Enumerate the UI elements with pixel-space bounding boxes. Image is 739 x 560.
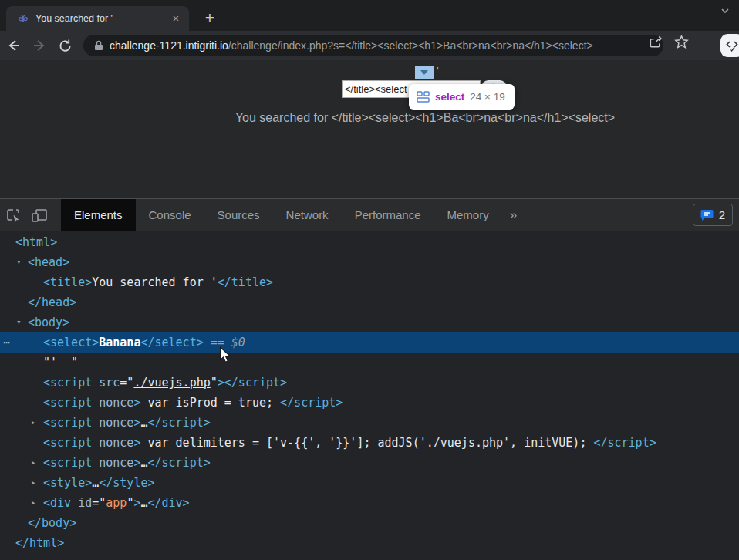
syntax-tag: <script (43, 416, 99, 430)
close-tab-icon[interactable]: × (169, 12, 183, 25)
devtools-tab-performance[interactable]: Performance (342, 199, 434, 231)
expand-arrow-icon[interactable]: ▸ (31, 473, 36, 493)
browser-window: You searched for ' × + (0, 0, 739, 560)
dom-tree-row[interactable]: ▾<head> (0, 252, 739, 272)
lock-icon (94, 40, 103, 51)
toolbar-divider (56, 205, 56, 225)
syntax-tag: <head> (28, 255, 69, 269)
syntax-tag: <div (43, 496, 78, 510)
syntax-tag: <style> (43, 476, 92, 490)
syntax-attr: nonce (99, 416, 133, 430)
devtools-tab-console[interactable]: Console (136, 199, 204, 231)
syntax-tag: </body> (28, 516, 76, 530)
url-text: challenge-1121.intigriti.io/challenge/in… (110, 39, 593, 52)
issues-count: 2 (719, 208, 725, 221)
new-tab-button[interactable]: + (199, 8, 221, 29)
dom-tree: <html>▾<head><title>You searched for '</… (0, 231, 739, 560)
dom-tree-row[interactable]: ⋯<select>Banana</select> == $0 (0, 332, 739, 353)
element-badge-icon (417, 91, 430, 103)
extension-icon[interactable] (720, 34, 739, 57)
dom-tree-row[interactable]: </body> (0, 513, 739, 533)
syntax-tag: </script> (147, 456, 210, 470)
syntax-tag: ></script> (218, 376, 287, 390)
browser-toolbar: challenge-1121.intigriti.io/challenge/in… (0, 31, 739, 60)
devtools-tab-memory[interactable]: Memory (434, 199, 502, 231)
syntax-txt: … (92, 476, 99, 490)
page-viewport: ' select 24 × 19 You searched for </titl… (0, 60, 739, 198)
intigriti-butterfly-icon (17, 12, 29, 25)
dom-tree-row[interactable]: <title>You searched for '</title> (0, 272, 739, 292)
url-host: challenge-1121.intigriti.io (110, 39, 228, 52)
syntax-tag: </div> (147, 496, 189, 510)
devtools-tab-network[interactable]: Network (273, 199, 342, 231)
syntax-txt: " (211, 376, 218, 390)
dom-tree-row[interactable]: </html> (0, 533, 739, 553)
dom-tree-row[interactable]: <script nonce> var delimiters = ['v-{{',… (0, 433, 739, 453)
devtools-tab-bar: ElementsConsoleSourcesNetworkPerformance… (61, 199, 502, 231)
syntax-tag: </html> (15, 536, 64, 550)
dom-tree-row[interactable]: ▸<script nonce>…</script> (0, 453, 739, 473)
devtools-tab-sources[interactable]: Sources (204, 199, 273, 231)
syntax-txt: =" (92, 496, 106, 510)
message-bubble-icon (700, 209, 714, 221)
devtools-tab-elements[interactable]: Elements (61, 199, 136, 231)
device-toolbar-icon[interactable] (26, 199, 52, 231)
bookmark-star-icon[interactable] (673, 34, 690, 50)
expand-arrow-icon[interactable]: ▸ (31, 453, 36, 473)
expand-arrow-icon[interactable]: ▸ (31, 413, 36, 433)
element-inspect-tooltip: select 24 × 19 (409, 84, 515, 110)
mouse-cursor (219, 346, 234, 363)
address-bar[interactable]: challenge-1121.intigriti.io/challenge/in… (83, 35, 663, 56)
syntax-attr: src (99, 376, 120, 390)
url-path: /challenge/index.php?s=</title><select><… (228, 39, 593, 52)
inspect-element-icon[interactable] (0, 199, 26, 231)
dom-tree-row[interactable]: <script nonce> var isProd = true; </scri… (0, 393, 739, 413)
leftover-apostrophe-text: ' (437, 65, 439, 77)
expand-arrow-icon[interactable]: ▸ (31, 493, 36, 513)
syntax-attr: id (78, 496, 92, 510)
back-button[interactable] (2, 34, 25, 57)
dom-tree-row[interactable]: <script src="./vuejs.php"></script> (0, 373, 739, 393)
syntax-tag: </style> (99, 476, 154, 490)
tab-strip: You searched for ' × + (0, 0, 739, 31)
syntax-txt: var isProd = true; (140, 396, 280, 410)
browser-tab[interactable]: You searched for ' × (6, 6, 189, 31)
dom-tree-row[interactable]: ▾<body> (0, 312, 739, 332)
syntax-tag: <script (43, 436, 99, 450)
syntax-attr: nonce (99, 456, 133, 470)
chevron-down-icon[interactable] (719, 5, 731, 17)
dom-tree-row[interactable]: ▸<style>…</style> (0, 473, 739, 493)
syntax-tag: <script (43, 376, 99, 390)
tooltip-tag-name: select (435, 91, 464, 103)
dom-tree-row[interactable]: ▸<script nonce>…</script> (0, 413, 739, 433)
syntax-tag: </head> (28, 295, 76, 309)
syntax-tag: </script> (280, 396, 343, 410)
more-tabs-button[interactable]: » (502, 199, 525, 231)
highlighted-select-element[interactable] (415, 66, 434, 79)
syntax-tag: <title> (43, 275, 92, 289)
devtools-toolbar: ElementsConsoleSourcesNetworkPerformance… (0, 199, 739, 231)
syntax-tag: </select> (140, 336, 203, 349)
dom-tree-row[interactable]: <html> (0, 232, 739, 252)
syntax-tag: <select> (43, 336, 99, 349)
syntax-txt: "' " (43, 356, 78, 369)
row-options-dots[interactable]: ⋯ (3, 332, 10, 353)
forward-button (28, 34, 51, 57)
syntax-attr: nonce (99, 436, 133, 450)
issues-button[interactable]: 2 (693, 204, 733, 226)
dom-tree-row[interactable]: "' " (0, 353, 739, 373)
syntax-txt: You searched for ' (92, 275, 218, 289)
collapse-arrow-icon[interactable]: ▾ (16, 312, 22, 332)
syntax-txt: var delimiters = ['v-{{', '}}']; addJS('… (140, 436, 593, 450)
dom-tree-row[interactable]: </head> (0, 292, 739, 312)
syntax-tag: <script (43, 456, 99, 470)
share-icon[interactable] (648, 34, 664, 50)
tooltip-dimensions: 24 × 19 (470, 91, 504, 103)
syntax-tag: <html> (15, 235, 57, 249)
syntax-txt: =" (120, 376, 133, 390)
dom-tree-row[interactable]: ▸<div id="app">…</div> (0, 493, 739, 513)
syntax-txtb: Banana (99, 336, 140, 349)
reload-button[interactable] (53, 34, 76, 57)
collapse-arrow-icon[interactable]: ▾ (16, 252, 22, 272)
tab-title: You searched for ' (35, 13, 169, 24)
